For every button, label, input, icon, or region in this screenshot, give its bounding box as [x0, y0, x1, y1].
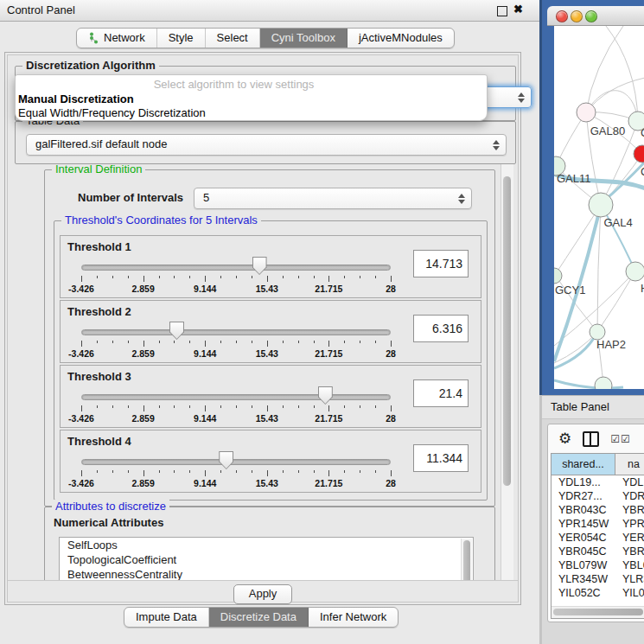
attributes-group: Attributes to discretize Numerical Attri…	[44, 507, 495, 580]
tick-mark	[283, 405, 284, 408]
settings-vertical-scrollbar[interactable]	[501, 164, 513, 580]
slider-thumb[interactable]	[219, 451, 233, 469]
table-row[interactable]: YBL079WYBL0	[552, 558, 644, 572]
slider-thumb[interactable]	[169, 322, 184, 340]
slider-track[interactable]	[81, 394, 391, 400]
attributes-list-scrollbar[interactable]	[461, 539, 472, 580]
table-cell: YPR1	[615, 517, 644, 531]
threshold-3-box: Threshold 3 -3.4262.8599.14415.4321.7152…	[60, 365, 481, 428]
tab-network[interactable]: Network	[77, 29, 157, 48]
attribute-item-betweennesscentrality[interactable]: BetweennessCentrality	[60, 567, 473, 580]
close-icon[interactable]: ✖	[513, 3, 523, 16]
tick-mark	[205, 276, 206, 282]
column-header-1[interactable]: na	[615, 454, 644, 475]
select-columns-icon[interactable]: ☑☑	[610, 433, 631, 445]
threshold-2-value-field[interactable]: 6.316	[413, 315, 469, 342]
threshold-1-label: Threshold 1	[67, 240, 131, 253]
network-node[interactable]	[634, 145, 644, 163]
axis-tick-label: 9.144	[194, 348, 216, 359]
network-node[interactable]	[589, 193, 613, 217]
tab-style[interactable]: Style	[157, 29, 206, 48]
threshold-1-slider[interactable]: -3.4262.8599.14415.4321.71528	[81, 257, 391, 295]
tick-mark	[314, 341, 315, 343]
tick-mark	[112, 405, 113, 408]
table-row[interactable]: YER054CYER0	[552, 531, 644, 545]
table-cell: YBL079W	[552, 558, 615, 572]
network-canvas[interactable]: GAL80GCGAL11GAL4GCY1HHAP2	[554, 26, 644, 389]
network-icon	[88, 32, 99, 44]
table-row[interactable]: YBR045CYBR0	[552, 545, 644, 558]
tick-mark	[375, 276, 376, 278]
table-row[interactable]: YLR345WYLR3	[552, 572, 644, 586]
threshold-4-slider[interactable]: -3.4262.8599.14415.4321.71528	[81, 451, 391, 489]
tick-mark	[236, 405, 237, 408]
tab-select[interactable]: Select	[206, 29, 260, 48]
algorithm-option-equal-width-frequency-discretization[interactable]: Equal Width/Frequency Discretization	[18, 106, 206, 119]
network-node[interactable]	[595, 377, 612, 389]
column-header-0[interactable]: shared...	[552, 454, 615, 475]
threshold-3-value-field[interactable]: 21.4	[413, 379, 469, 407]
slider-track[interactable]	[81, 329, 391, 335]
scrollbar-thumb[interactable]	[463, 540, 470, 580]
axis-tick-label: -3.426	[68, 478, 94, 488]
tick-mark	[220, 341, 221, 343]
network-edge[interactable]	[597, 271, 635, 332]
axis-tick-label: 28	[386, 478, 396, 488]
attribute-item-topologicalcoefficient[interactable]: TopologicalCoefficient	[60, 552, 473, 567]
table-header-row: shared...na	[552, 454, 644, 475]
network-window-titlebar[interactable]	[547, 6, 644, 26]
network-edge[interactable]	[586, 26, 623, 112]
scrollbar-thumb[interactable]	[503, 176, 511, 486]
scrollbar-thumb[interactable]	[553, 609, 643, 615]
network-edge[interactable]	[606, 26, 638, 121]
threshold-2-slider[interactable]: -3.4262.8599.14415.4321.71528	[81, 322, 391, 360]
table-row[interactable]: YBR043CYBR0	[552, 503, 644, 517]
slider-track[interactable]	[81, 265, 391, 271]
float-window-icon[interactable]	[497, 6, 507, 16]
control-panel-titlebar: Control Panel ✖	[0, 0, 539, 22]
table-horizontal-scrollbar[interactable]	[552, 606, 644, 618]
threshold-1-value-field[interactable]: 14.713	[413, 250, 469, 277]
tick-mark	[252, 405, 252, 408]
tick-mark	[174, 470, 175, 473]
tab-impute-data[interactable]: Impute Data	[124, 608, 209, 627]
network-node[interactable]	[577, 103, 596, 122]
interval-definition-title: Interval Definition	[52, 164, 145, 175]
network-edge[interactable]	[555, 205, 601, 275]
window-zoom-icon[interactable]	[585, 10, 597, 22]
apply-button[interactable]: Apply	[233, 584, 292, 604]
table-row[interactable]: YPR145WYPR1	[552, 517, 644, 531]
threshold-4-value-field[interactable]: 11.344	[413, 444, 469, 472]
gear-icon[interactable]: ⚙	[558, 431, 571, 446]
table-row[interactable]: YDL19...YDL1	[552, 475, 644, 489]
numerical-attributes-list[interactable]: SelfLoopsTopologicalCoefficientBetweenne…	[59, 537, 474, 580]
tick-mark	[344, 276, 345, 278]
table-data-combobox[interactable]: galFiltered.sif default node	[26, 134, 507, 156]
threshold-2-label: Threshold 2	[67, 305, 131, 318]
axis-tick-label: 9.144	[194, 413, 216, 424]
network-desktop-area: GAL80GCGAL11GAL4GCY1HHAP2	[539, 0, 644, 395]
network-node[interactable]	[554, 268, 562, 284]
threshold-3-slider[interactable]: -3.4262.8599.14415.4321.71528	[81, 386, 391, 424]
slider-track[interactable]	[81, 459, 391, 465]
network-edge[interactable]	[554, 332, 597, 368]
tab-discretize-data[interactable]: Discretize Data	[209, 608, 309, 627]
slider-thumb[interactable]	[318, 386, 333, 405]
table-row[interactable]: YDR27...YDR2	[552, 489, 644, 503]
network-node[interactable]	[626, 262, 644, 281]
tab-cyni-toolbox[interactable]: Cyni Toolbox	[260, 29, 348, 48]
number-of-intervals-spinner[interactable]: 5	[194, 188, 472, 209]
tick-mark	[314, 405, 315, 408]
attribute-item-selfloops[interactable]: SelfLoops	[60, 538, 473, 552]
algorithm-option-manual-discretization[interactable]: Manual Discretization	[18, 92, 134, 105]
tab-jactivemnodules[interactable]: jActiveMNodules	[348, 29, 454, 48]
slider-thumb[interactable]	[252, 257, 267, 275]
window-close-icon[interactable]	[556, 10, 568, 22]
tab-infer-network[interactable]: Infer Network	[309, 608, 398, 627]
window-minimize-icon[interactable]	[571, 10, 583, 22]
axis-tick-label: 21.715	[315, 478, 342, 488]
split-columns-icon[interactable]	[583, 431, 599, 447]
network-edge[interactable]	[554, 380, 623, 388]
tick-mark	[298, 341, 299, 343]
table-row[interactable]: YIL052CYIL0	[552, 586, 644, 597]
